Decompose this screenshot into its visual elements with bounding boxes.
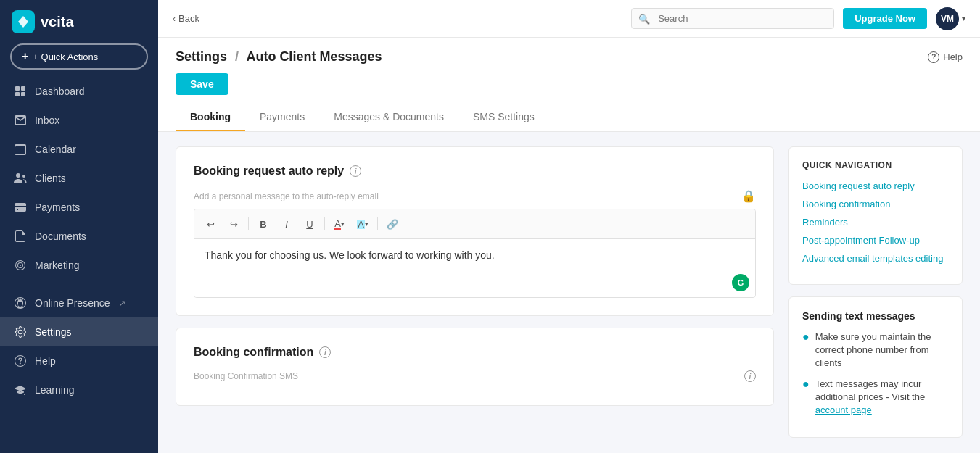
search-input[interactable] xyxy=(631,8,834,29)
sidebar-item-online-presence[interactable]: Online Presence ↗ xyxy=(0,288,158,317)
help-icon xyxy=(13,354,28,368)
font-color-button[interactable]: A ▾ xyxy=(329,214,350,234)
sidebar-item-payments[interactable]: Payments xyxy=(0,193,158,222)
upgrade-now-button[interactable]: Upgrade Now xyxy=(843,8,927,29)
quick-nav-link-reminders[interactable]: Reminders xyxy=(802,217,949,228)
sidebar-item-clients[interactable]: Clients xyxy=(0,164,158,193)
sidebar-item-inbox[interactable]: Inbox xyxy=(0,106,158,135)
booking-request-card: Booking request auto reply i Add a perso… xyxy=(176,146,774,316)
file-icon xyxy=(13,229,28,244)
sidebar-item-help[interactable]: Help xyxy=(0,346,158,375)
booking-confirmation-title-text: Booking confirmation xyxy=(194,346,313,359)
tab-booking[interactable]: Booking xyxy=(176,104,245,131)
redo-button[interactable]: ↪ xyxy=(223,214,244,234)
grammarly-icon: G xyxy=(732,274,749,291)
calendar-label: Calendar xyxy=(35,144,76,155)
account-page-link[interactable]: account page xyxy=(815,404,872,415)
quick-nav-card: QUICK NAVIGATION Booking request auto re… xyxy=(788,146,963,285)
highlight-button[interactable]: A ▾ xyxy=(353,214,373,234)
inbox-label: Inbox xyxy=(35,115,59,126)
booking-request-title: Booking request auto reply i xyxy=(194,165,756,178)
sidebar-item-dashboard[interactable]: Dashboard xyxy=(0,77,158,106)
help-text: Help xyxy=(943,51,963,62)
marketing-label: Marketing xyxy=(35,259,79,271)
sms-info-icon[interactable]: i xyxy=(744,370,756,382)
logo-area: vcita xyxy=(0,0,158,43)
quick-actions-button[interactable]: + + Quick Actions xyxy=(10,43,148,70)
sending-text-messages-card: Sending text messages ● Make sure you ma… xyxy=(788,296,963,438)
breadcrumb-page: Auto Client Messages xyxy=(246,49,382,64)
back-button[interactable]: ‹ Back xyxy=(173,13,199,24)
svg-rect-1 xyxy=(21,86,25,91)
bullet-dot-2: ● xyxy=(802,376,810,392)
quick-nav-link-advanced-templates[interactable]: Advanced email templates editing xyxy=(802,253,949,264)
svg-rect-0 xyxy=(15,86,20,91)
toolbar-separator-1 xyxy=(248,217,249,230)
booking-confirmation-info-icon[interactable]: i xyxy=(319,346,331,358)
tabs: Booking Payments Messages & Documents SM… xyxy=(176,104,963,131)
editor-toolbar: ↩ ↪ B I U A ▾ A xyxy=(194,209,755,239)
tab-sms-settings[interactable]: SMS Settings xyxy=(458,104,549,131)
toolbar-separator-3 xyxy=(377,217,378,230)
grid-icon xyxy=(13,84,28,99)
quick-nav-link-booking-request[interactable]: Booking request auto reply xyxy=(802,180,949,191)
plus-icon: + xyxy=(22,50,28,63)
svg-rect-3 xyxy=(21,92,25,96)
bullet-dot-1: ● xyxy=(802,329,810,345)
booking-request-info-icon[interactable]: i xyxy=(350,165,361,177)
editor-body[interactable]: Thank you for choosing us. We look forwa… xyxy=(194,239,755,297)
booking-request-title-text: Booking request auto reply xyxy=(194,165,344,178)
sidebar-item-marketing[interactable]: Marketing xyxy=(0,251,158,280)
tab-messages-documents[interactable]: Messages & Documents xyxy=(319,104,458,131)
content-area: Booking request auto reply i Add a perso… xyxy=(158,132,980,452)
quick-actions-label: + Quick Actions xyxy=(33,51,98,62)
vcita-logo-icon xyxy=(12,10,35,33)
main-area: ‹ Back 🔍 Upgrade Now VM ▾ Settings / Aut… xyxy=(158,0,980,453)
svg-rect-2 xyxy=(15,92,20,96)
tab-payments[interactable]: Payments xyxy=(245,104,319,131)
undo-button[interactable]: ↩ xyxy=(200,214,221,234)
settings-label: Settings xyxy=(35,326,72,338)
bullet-item-2: ● Text messages may incur additional pri… xyxy=(802,378,949,417)
link-button[interactable]: 🔗 xyxy=(382,214,403,234)
sidebar-item-settings[interactable]: Settings xyxy=(0,317,158,346)
help-link[interactable]: ? Help xyxy=(928,51,963,63)
vcita-logo-text: vcita xyxy=(41,14,74,30)
avatar-initials: VM xyxy=(941,14,954,24)
documents-label: Documents xyxy=(35,230,86,242)
calendar-icon xyxy=(13,142,28,157)
booking-confirmation-card: Booking confirmation i Booking Confirmat… xyxy=(176,328,774,406)
sms-label-text: Booking Confirmation SMS xyxy=(194,371,298,381)
users-icon xyxy=(13,171,28,186)
italic-button[interactable]: I xyxy=(276,214,297,234)
quick-nav-link-booking-confirmation[interactable]: Booking confirmation xyxy=(802,199,949,209)
dashboard-label: Dashboard xyxy=(35,86,85,97)
bold-button[interactable]: B xyxy=(253,214,273,234)
sidebar-item-calendar[interactable]: Calendar xyxy=(0,135,158,164)
tab-messages-label: Messages & Documents xyxy=(334,111,444,122)
clients-label: Clients xyxy=(35,173,66,184)
avatar[interactable]: VM xyxy=(936,7,959,30)
breadcrumb-settings: Settings xyxy=(176,49,227,64)
learning-icon xyxy=(13,383,28,397)
breadcrumb: Settings / Auto Client Messages xyxy=(176,49,382,65)
sidebar-item-learning[interactable]: Learning xyxy=(0,375,158,404)
bullet-item-1: ● Make sure you maintain the correct pho… xyxy=(802,331,949,370)
quick-nav-link-post-appointment[interactable]: Post-appointment Follow-up xyxy=(802,235,949,246)
lock-icon: 🔒 xyxy=(741,189,756,203)
page-header: Settings / Auto Client Messages ? Help S… xyxy=(158,38,980,132)
bullet-text-2: Text messages may incur additional price… xyxy=(815,378,949,417)
toolbar-separator-2 xyxy=(324,217,325,230)
quick-nav-title: QUICK NAVIGATION xyxy=(802,160,949,170)
sidebar-item-documents[interactable]: Documents xyxy=(0,222,158,251)
save-button[interactable]: Save xyxy=(176,73,228,95)
editor-content: Thank you for choosing us. We look forwa… xyxy=(205,249,495,261)
sidebar-nav: Dashboard Inbox Calendar Clients Payment… xyxy=(0,77,158,453)
booking-confirmation-title: Booking confirmation i xyxy=(194,346,756,359)
tab-booking-label: Booking xyxy=(190,111,231,122)
page-title-row: Settings / Auto Client Messages ? Help xyxy=(176,49,963,65)
avatar-dropdown-icon[interactable]: ▾ xyxy=(962,14,965,22)
main-panel: Booking request auto reply i Add a perso… xyxy=(176,146,774,406)
underline-button[interactable]: U xyxy=(300,214,320,234)
editor-placeholder-text: Add a personal message to the auto-reply… xyxy=(194,191,379,201)
